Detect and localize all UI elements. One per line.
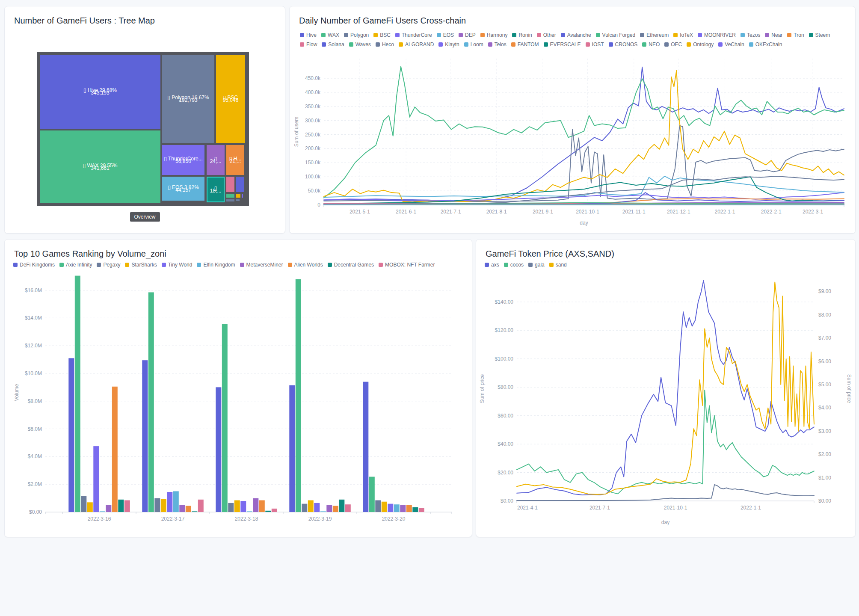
svg-text:$0.00: $0.00 — [29, 509, 42, 515]
bar-defi-kingdoms[interactable] — [216, 387, 221, 512]
svg-text:2021-4-1: 2021-4-1 — [517, 505, 538, 511]
bar-tiny-world[interactable] — [314, 503, 320, 512]
treemap-block-ethereum[interactable] — [226, 199, 234, 201]
bar-defi-kingdoms[interactable] — [142, 360, 148, 512]
bar-decentral-games[interactable] — [339, 500, 344, 512]
treemap-block-iotex[interactable] — [236, 194, 240, 198]
svg-text:2022-3-19: 2022-3-19 — [308, 516, 332, 522]
svg-text:2021-12-1: 2021-12-1 — [667, 209, 690, 215]
treemap-block-ronin[interactable]: ▯18,... — [207, 177, 225, 202]
bar-metaverseminer[interactable] — [400, 505, 406, 512]
treemap-block-polygon[interactable]: ▯ Polygon 16.67%192,793 — [162, 55, 214, 143]
bar-elfin-kingdom[interactable] — [100, 511, 105, 512]
series-line-polygon — [324, 126, 844, 202]
svg-text:$16.0M: $16.0M — [25, 287, 42, 293]
bar-metaverseminer[interactable] — [253, 498, 258, 512]
bar-axie-infinity[interactable] — [148, 292, 154, 512]
bar-starsharks[interactable] — [161, 499, 166, 512]
bar-metaverseminer[interactable] — [326, 505, 332, 512]
bar-pegaxy[interactable] — [154, 498, 160, 512]
bar-mobox-nft-farmer[interactable] — [345, 504, 351, 512]
bar-starsharks[interactable] — [308, 500, 314, 512]
bar-axie-infinity[interactable] — [75, 276, 80, 512]
treemap-block-moonriver[interactable] — [242, 194, 243, 198]
svg-text:$120.00: $120.00 — [495, 327, 514, 333]
bar-metaverseminer[interactable] — [179, 505, 185, 512]
bar-pegaxy[interactable] — [375, 500, 381, 512]
treemap-block-bsc[interactable]: ▯ BSC95,046 — [216, 55, 245, 143]
treemap-block-hive[interactable]: ▯ Hive 29.68%343,193 — [40, 55, 160, 129]
overview-breadcrumb-button[interactable]: Overview — [130, 212, 160, 222]
treemap-block-avalanche[interactable] — [236, 177, 244, 192]
bar-decentral-games[interactable] — [265, 511, 271, 512]
svg-text:$0.00: $0.00 — [501, 498, 513, 504]
svg-text:2021-7-1: 2021-7-1 — [441, 209, 461, 215]
treemap-block-wax[interactable]: ▯ WAX 29.55%341,661 — [40, 130, 160, 203]
treemap-block-thundercore[interactable]: ▯ ThunderCore...56,850 — [162, 145, 204, 175]
bar-elfin-kingdom[interactable] — [173, 491, 179, 512]
treemap-block-heco[interactable] — [236, 199, 240, 201]
bar-pegaxy[interactable] — [228, 503, 234, 512]
bar-tiny-world[interactable] — [167, 492, 172, 512]
bar-tiny-world[interactable] — [388, 504, 393, 512]
treemap-block-dep[interactable]: ▯24,... — [207, 145, 225, 175]
tokens-line-chart[interactable]: $0.00$20.00$40.00$60.00$80.00$100.00$120… — [476, 240, 855, 537]
bar-elfin-kingdom[interactable] — [247, 511, 252, 512]
svg-text:2021-5-1: 2021-5-1 — [350, 209, 370, 215]
svg-text:2021-11-1: 2021-11-1 — [622, 209, 646, 215]
treemap-block-label: ▯ Hive 29.68%343,193 — [83, 88, 117, 95]
svg-text:2022-1-1: 2022-1-1 — [741, 505, 761, 511]
bar-tiny-world[interactable] — [93, 446, 99, 512]
bar-defi-kingdoms[interactable] — [363, 382, 368, 512]
bar-elfin-kingdom[interactable] — [320, 511, 326, 512]
bar-defi-kingdoms[interactable] — [289, 385, 295, 512]
treemap-block-vulcan-forged[interactable] — [226, 194, 234, 198]
games-bar-chart[interactable]: $0.00$2.0M$4.0M$6.0M$8.0M$10.0M$12.0M$14… — [5, 240, 472, 537]
bar-alien-worlds[interactable] — [112, 387, 118, 512]
bar-alien-worlds[interactable] — [333, 506, 338, 512]
bar-decentral-games[interactable] — [192, 511, 197, 512]
bar-alien-worlds[interactable] — [186, 506, 191, 512]
bar-axie-infinity[interactable] — [222, 324, 228, 512]
bar-mobox-nft-farmer[interactable] — [272, 509, 277, 512]
treemap-block-other[interactable] — [226, 177, 234, 192]
bar-pegaxy[interactable] — [302, 504, 307, 512]
svg-text:$12.0M: $12.0M — [25, 343, 42, 349]
treemap-chart[interactable]: ▯ Hive 29.68%343,193▯ WAX 29.55%341,661▯… — [37, 52, 249, 206]
bar-alien-worlds[interactable] — [406, 505, 412, 512]
series-line-sand — [517, 282, 814, 495]
svg-text:$10.0M: $10.0M — [25, 370, 42, 376]
bar-starsharks[interactable] — [87, 502, 93, 512]
treemap-block-label: ▯ Polygon 16.67%192,793 — [167, 95, 209, 103]
bar-tiny-world[interactable] — [240, 501, 246, 512]
bar-alien-worlds[interactable] — [259, 500, 265, 512]
svg-text:250.0k: 250.0k — [305, 132, 321, 138]
treemap-block-harmony[interactable]: ▯ H...21,... — [226, 145, 244, 175]
svg-text:150.0k: 150.0k — [305, 160, 321, 166]
bar-mobox-nft-farmer[interactable] — [198, 500, 204, 512]
bar-defi-kingdoms[interactable] — [68, 358, 74, 512]
bar-decentral-games[interactable] — [412, 507, 418, 512]
bar-decentral-games[interactable] — [118, 500, 124, 512]
panel-games-ranking: Top 10 Games Ranking by Volume_zoni DeFi… — [4, 239, 472, 537]
bar-mobox-nft-farmer[interactable] — [419, 508, 424, 512]
svg-text:2022-2-1: 2022-2-1 — [761, 209, 782, 215]
bar-pegaxy[interactable] — [81, 496, 86, 512]
panel-users-cross-chain: Daily Number of GameFi Users Cross-chain… — [289, 6, 856, 234]
bar-metaverseminer[interactable] — [106, 505, 111, 512]
svg-text:2022-3-17: 2022-3-17 — [161, 516, 185, 522]
svg-text:2021-10-1: 2021-10-1 — [576, 209, 599, 215]
users-line-chart[interactable]: 050.0k100.0k150.0k200.0k250.0k300.0k350.… — [290, 6, 855, 233]
bar-mobox-nft-farmer[interactable] — [124, 500, 130, 512]
bar-starsharks[interactable] — [382, 502, 387, 512]
svg-text:2022-3-16: 2022-3-16 — [88, 516, 111, 522]
bar-elfin-kingdom[interactable] — [394, 504, 400, 512]
svg-text:$0.00: $0.00 — [818, 498, 831, 504]
bar-axie-infinity[interactable] — [369, 477, 375, 512]
bar-starsharks[interactable] — [234, 500, 240, 512]
bar-axie-infinity[interactable] — [296, 279, 301, 512]
svg-text:2022-1-1: 2022-1-1 — [715, 209, 735, 215]
svg-text:$100.00: $100.00 — [495, 356, 514, 362]
svg-text:$1.00: $1.00 — [818, 475, 831, 481]
treemap-block-eos[interactable]: ▯ EOS 3.82%44,157 — [162, 177, 204, 201]
